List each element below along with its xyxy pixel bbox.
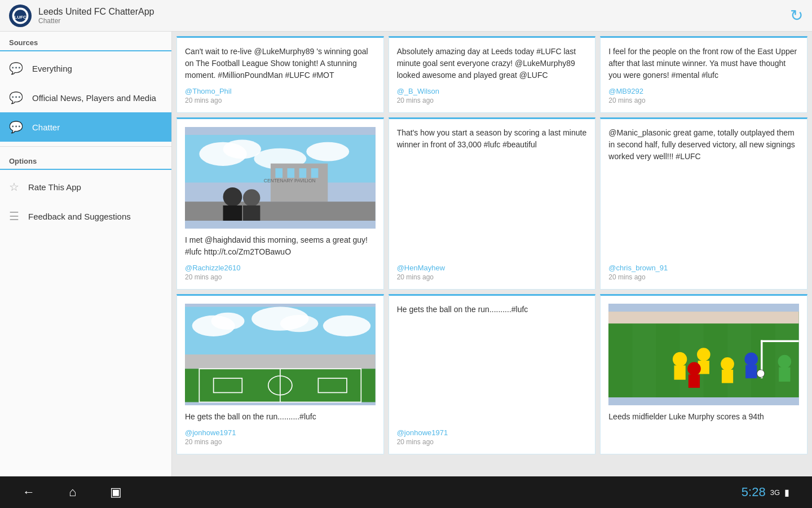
svg-rect-13	[311, 168, 319, 178]
sidebar-item-official[interactable]: 💬 Official News, Players and Media	[0, 83, 171, 112]
home-button[interactable]: ⌂	[69, 485, 76, 500]
svg-rect-15	[185, 202, 376, 221]
svg-rect-40	[608, 312, 799, 323]
star-icon: ☆	[9, 180, 19, 194]
feed-card-image-4: CENTENARY PAVILION	[185, 127, 376, 229]
feed-card-author-8: @jonhowe1971	[397, 428, 588, 437]
feed-card-time-2: 20 mins ago	[397, 97, 588, 104]
svg-point-53	[778, 355, 792, 369]
feed-card-author-5: @HenMayhew	[397, 264, 588, 272]
feed-card-7: He gets the ball on the run..........#lu…	[176, 294, 384, 454]
recent-apps-button[interactable]: ▣	[110, 485, 122, 500]
feed-card-text-7: He gets the ball on the run..........#lu…	[185, 411, 376, 423]
feed-card-author-7: @jonhowe1971	[185, 428, 376, 437]
feed-card-8: He gets the ball on the run..........#lu…	[389, 294, 596, 454]
svg-point-24	[280, 315, 319, 332]
sidebar-item-everything[interactable]: 💬 Everything	[0, 54, 171, 83]
svg-rect-11	[287, 168, 294, 178]
svg-rect-26	[185, 354, 376, 369]
options-label: Options	[0, 151, 171, 170]
everything-icon: 💬	[9, 62, 23, 75]
sidebar-item-rate-label: Rate This App	[28, 182, 81, 192]
feed-card-text-5: That's how you start a season by scoring…	[397, 127, 588, 258]
svg-point-16	[223, 187, 242, 207]
battery-indicator: ▮	[784, 487, 789, 498]
status-bar: 5:28 3G ▮	[742, 485, 789, 500]
sidebar-item-everything-label: Everything	[32, 64, 72, 73]
feed-card-text-9: Leeds midfielder Luke Murphy scores a 94…	[608, 411, 799, 440]
feed-card-author-2: @_B_Wilson	[397, 87, 588, 95]
svg-rect-17	[223, 205, 242, 221]
sidebar-divider	[0, 146, 171, 147]
svg-rect-50	[745, 365, 757, 379]
sidebar-item-chatter-label: Chatter	[32, 122, 60, 132]
feed-area: Can't wait to re-live @LukeMurphy89 's w…	[172, 32, 812, 476]
feed-card-time-8: 20 mins ago	[397, 438, 588, 446]
feed-card-4: CENTENARY PAVILION I met @haighdavid thi…	[176, 117, 384, 290]
back-button[interactable]: ←	[23, 485, 35, 500]
sidebar-item-official-label: Official News, Players and Media	[32, 93, 156, 103]
svg-text:LUFC: LUFC	[14, 14, 27, 19]
feed-card-image-7	[185, 304, 376, 405]
svg-point-8	[306, 142, 349, 161]
sidebar-item-rate[interactable]: ☆ Rate This App	[0, 172, 171, 202]
feed-card-1: Can't wait to re-live @LukeMurphy89 's w…	[176, 36, 384, 113]
feed-card-text-8: He gets the ball on the run..........#lu…	[397, 304, 588, 423]
feed-card-text-4: I met @haighdavid this morning, seems a …	[185, 234, 376, 258]
feed-card-author-6: @chris_brown_91	[608, 264, 799, 272]
official-icon: 💬	[9, 91, 23, 104]
feed-card-author-4: @Rachizzle2610	[185, 264, 376, 272]
feed-card-time-7: 20 mins ago	[185, 438, 376, 446]
feed-card-9: Leeds midfielder Luke Murphy scores a 94…	[600, 294, 807, 454]
svg-point-41	[673, 352, 687, 366]
svg-rect-34	[608, 312, 632, 397]
feed-card-text-1: Can't wait to re-live @LukeMurphy89 's w…	[185, 46, 376, 81]
feed-grid: Can't wait to re-live @LukeMurphy89 's w…	[176, 36, 807, 454]
feedback-icon: ☰	[9, 209, 19, 223]
svg-point-49	[745, 353, 758, 366]
svg-text:CENTENARY PAVILION: CENTENARY PAVILION	[264, 178, 316, 183]
feed-card-author-3: @MB9292	[608, 87, 799, 95]
feed-card-2: Absolutely amazing day at Leeds today #L…	[389, 36, 596, 113]
app-title-sub: Chatter	[38, 17, 154, 25]
svg-rect-39	[761, 340, 799, 342]
feed-card-time-4: 20 mins ago	[185, 273, 376, 281]
bottom-nav: ← ⌂ ▣ 5:28 3G ▮	[0, 476, 812, 508]
svg-point-47	[687, 362, 701, 376]
svg-rect-46	[722, 370, 733, 383]
svg-rect-12	[299, 168, 307, 178]
svg-rect-48	[689, 374, 700, 388]
feed-card-time-3: 20 mins ago	[608, 97, 799, 104]
sidebar: Sources 💬 Everything 💬 Official News, Pl…	[0, 32, 172, 476]
svg-rect-19	[243, 205, 260, 221]
signal-indicator: 3G	[770, 488, 780, 497]
feed-card-6: @Manic_plasonic great game, totally outp…	[600, 117, 807, 290]
feed-card-author-1: @Thomo_Phil	[185, 87, 376, 95]
clock: 5:28	[742, 485, 766, 500]
svg-rect-10	[275, 168, 283, 178]
svg-point-25	[323, 316, 370, 336]
app-title: Leeds United FC ChatterApp Chatter	[38, 7, 154, 25]
sidebar-item-feedback[interactable]: ☰ Feedback and Suggestions	[0, 202, 171, 231]
feed-card-time-6: 20 mins ago	[608, 273, 799, 281]
feed-card-time-1: 20 mins ago	[185, 97, 376, 104]
sources-label: Sources	[0, 32, 171, 51]
feed-card-text-2: Absolutely amazing day at Leeds today #L…	[397, 46, 588, 81]
refresh-button[interactable]: ↻	[790, 6, 803, 25]
svg-point-43	[697, 348, 710, 361]
chatter-icon: 💬	[9, 120, 23, 134]
svg-rect-42	[674, 365, 686, 379]
svg-point-18	[243, 189, 260, 206]
svg-rect-54	[779, 367, 791, 382]
app-bar: LUFC Leeds United FC ChatterApp Chatter …	[0, 0, 812, 32]
feed-card-text-6: @Manic_plasonic great game, totally outp…	[608, 127, 799, 258]
sidebar-item-chatter[interactable]: 💬 Chatter	[0, 112, 171, 142]
main-content: Sources 💬 Everything 💬 Official News, Pl…	[0, 32, 812, 476]
svg-point-22	[211, 313, 244, 330]
feed-card-5: That's how you start a season by scoring…	[389, 117, 596, 290]
sidebar-item-feedback-label: Feedback and Suggestions	[28, 212, 131, 221]
feed-card-3: I feel for the people on the front row o…	[600, 36, 807, 113]
app-title-main: Leeds United FC ChatterApp	[38, 7, 154, 17]
app-logo: LUFC	[9, 5, 32, 27]
feed-card-time-5: 20 mins ago	[397, 273, 588, 281]
